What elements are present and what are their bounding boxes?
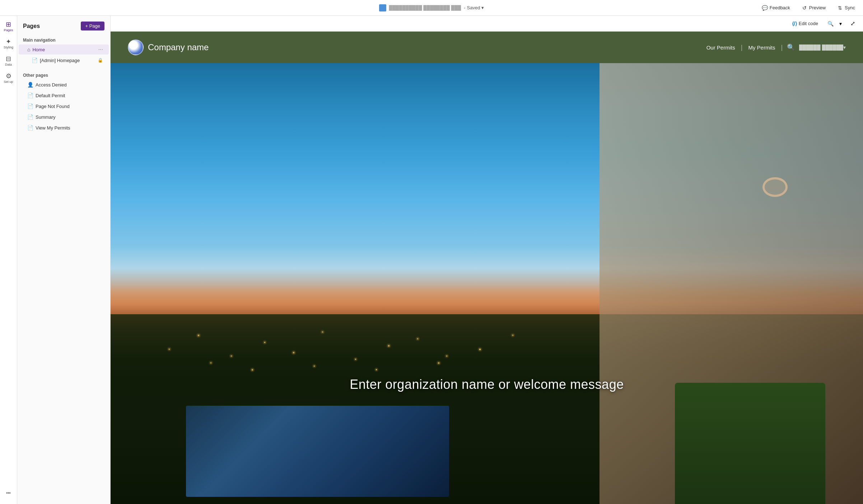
hero-text-overlay: Enter organization name or welcome messa… xyxy=(111,377,863,392)
user-dropdown[interactable]: ██████ ██████▾ xyxy=(799,44,846,50)
view-my-permits-icon: 📄 xyxy=(27,125,33,131)
expand-button[interactable]: ⤢ xyxy=(848,19,857,28)
preview-button[interactable]: ↺ Preview xyxy=(799,4,828,12)
logo-circle xyxy=(128,39,144,55)
sidebar-item-home[interactable]: ⌂ Home ··· xyxy=(19,44,109,55)
site-logo: Company name xyxy=(128,39,696,55)
rail-item-styling[interactable]: ✦ Styling xyxy=(1,36,16,52)
main-nav-label: Main navigation xyxy=(17,35,110,44)
rail-item-more[interactable]: ••• xyxy=(1,485,16,501)
sidebar-title: Pages xyxy=(23,23,40,29)
lock-icon: 🔒 xyxy=(98,58,103,63)
greenery-element xyxy=(675,383,825,504)
file-icon xyxy=(379,4,386,11)
sidebar-item-admin-homepage[interactable]: 📄 [Admin] Homepage 🔒 xyxy=(19,55,109,65)
site-search-icon[interactable]: 🔍 xyxy=(785,42,796,53)
website-preview: Company name Our Permits | My Permits | … xyxy=(111,32,863,504)
sync-button[interactable]: ⇅ Sync xyxy=(835,4,857,12)
feedback-button[interactable]: 💬 Feedback xyxy=(760,4,792,12)
nav-item-our-permits[interactable]: Our Permits xyxy=(704,43,738,52)
top-bar-right: 💬 Feedback ↺ Preview ⇅ Sync xyxy=(484,4,857,12)
vscode-icon: ⟨/⟩ xyxy=(792,21,797,27)
content-area: ⟨/⟩ Edit code 🔍 ▾ ⤢ Company name Our xyxy=(111,16,863,504)
rail-item-pages[interactable]: ⊞ Pages xyxy=(1,19,16,34)
top-bar-center: ██████████ ████████ ███ - Saved ▾ xyxy=(379,4,484,11)
home-more-icon[interactable]: ··· xyxy=(98,47,103,52)
home-icon: ⌂ xyxy=(27,47,30,52)
sidebar-item-summary[interactable]: 📄 Summary xyxy=(19,112,109,122)
access-denied-icon: 👤 xyxy=(27,82,33,88)
top-bar: ██████████ ████████ ███ - Saved ▾ 💬 Feed… xyxy=(0,0,863,16)
rail-item-data[interactable]: ⊟ Data xyxy=(1,53,16,69)
zoom-controls: 🔍 ▾ xyxy=(825,20,844,27)
page-not-found-icon: 📄 xyxy=(27,103,33,109)
nav-divider-2: | xyxy=(781,44,783,51)
rail-item-setup[interactable]: ⚙ Set up xyxy=(1,70,16,86)
zoom-in-button[interactable]: 🔍 xyxy=(825,20,836,27)
sync-icon: ⇅ xyxy=(837,5,843,11)
sidebar-header: Pages + Page xyxy=(17,22,110,35)
city-lights xyxy=(148,314,562,383)
site-nav: Our Permits | My Permits | 🔍 ██████ ████… xyxy=(704,42,846,53)
zoom-chevron-button[interactable]: ▾ xyxy=(837,20,844,27)
edit-code-button[interactable]: ⟨/⟩ Edit code xyxy=(789,19,821,28)
saved-badge: - Saved ▾ xyxy=(464,5,484,10)
sidebar-item-page-not-found[interactable]: 📄 Page Not Found xyxy=(19,101,109,111)
more-icon: ••• xyxy=(6,491,11,495)
sidebar: Pages + Page Main navigation ⌂ Home ··· … xyxy=(17,16,111,504)
add-page-button[interactable]: + Page xyxy=(81,22,104,30)
styling-icon: ✦ xyxy=(6,38,11,45)
sidebar-item-view-my-permits[interactable]: 📄 View My Permits xyxy=(19,123,109,133)
data-icon: ⊟ xyxy=(6,56,11,62)
preview-canvas: Company name Our Permits | My Permits | … xyxy=(111,32,863,504)
other-pages-label: Other pages xyxy=(17,70,110,79)
main-layout: ⊞ Pages ✦ Styling ⊟ Data ⚙ Set up ••• Pa… xyxy=(0,16,863,504)
hero-section: Enter organization name or welcome messa… xyxy=(111,63,863,504)
summary-icon: 📄 xyxy=(27,114,33,120)
preview-icon: ↺ xyxy=(802,5,807,11)
sidebar-item-access-denied[interactable]: 👤 Access Denied xyxy=(19,80,109,90)
edit-toolbar: ⟨/⟩ Edit code 🔍 ▾ ⤢ xyxy=(111,16,863,32)
nav-item-my-permits[interactable]: My Permits xyxy=(745,43,778,52)
app-title: ██████████ ████████ ███ xyxy=(389,5,461,10)
site-header: Company name Our Permits | My Permits | … xyxy=(111,32,863,63)
hero-background xyxy=(111,63,863,504)
feedback-icon: 💬 xyxy=(762,5,768,11)
hero-welcome-text: Enter organization name or welcome messa… xyxy=(350,377,624,392)
icon-rail: ⊞ Pages ✦ Styling ⊟ Data ⚙ Set up ••• xyxy=(0,16,17,504)
admin-page-icon: 📄 xyxy=(32,57,38,63)
pool-element xyxy=(186,406,449,497)
sidebar-item-default-permit[interactable]: 📄 Default Permit xyxy=(19,90,109,100)
pages-icon: ⊞ xyxy=(6,21,11,28)
setup-icon: ⚙ xyxy=(6,73,11,79)
nav-divider: | xyxy=(741,44,743,51)
default-permit-icon: 📄 xyxy=(27,93,33,98)
